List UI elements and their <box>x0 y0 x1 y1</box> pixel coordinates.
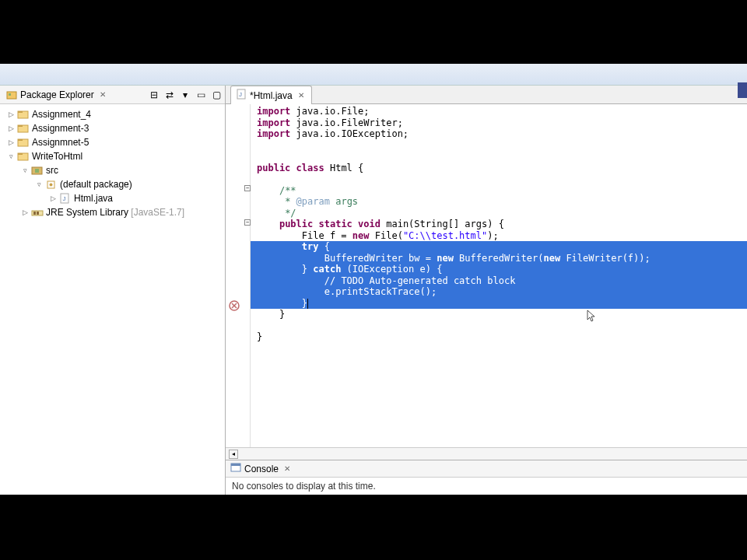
svg-point-13 <box>50 184 53 187</box>
project-tree[interactable]: ▷Assignment_4▷Assignment-3▷Assignmnet-5▿… <box>0 104 225 222</box>
package-explorer-title: Package Explorer <box>20 89 94 100</box>
minimize-icon[interactable]: ▭ <box>195 89 206 100</box>
tree-node[interactable]: ▿src <box>0 163 225 177</box>
svg-rect-3 <box>18 111 23 113</box>
src-icon <box>31 165 44 176</box>
console-icon <box>230 462 241 475</box>
fold-toggle-icon[interactable]: − <box>244 185 251 191</box>
close-icon[interactable]: ✕ <box>97 89 108 100</box>
tree-node[interactable]: ▿(default package) <box>0 177 225 191</box>
code-line[interactable]: BufferedWriter bw = new BufferedWriter(n… <box>251 253 747 264</box>
tree-label: (default package) <box>60 179 132 190</box>
expander-icon[interactable]: ▷ <box>48 194 58 203</box>
code-line[interactable] <box>251 140 747 152</box>
editor-gutter: − − <box>226 104 251 447</box>
tree-node[interactable]: ▷Assignmnet-5 <box>0 135 225 149</box>
tree-label: src <box>46 165 58 176</box>
svg-rect-11 <box>35 169 39 173</box>
tree-label: Assignment-3 <box>32 123 89 134</box>
code-line[interactable]: /** <box>251 185 747 197</box>
main-toolbar <box>0 64 747 86</box>
expander-icon[interactable]: ▿ <box>6 152 16 161</box>
overview-ruler-mark <box>738 82 747 98</box>
code-line[interactable]: import java.io.FileWriter; <box>251 117 747 129</box>
svg-text:J: J <box>239 91 242 98</box>
expander-icon[interactable]: ▷ <box>6 124 16 133</box>
link-editor-icon[interactable]: ⇄ <box>164 89 175 100</box>
code-line[interactable] <box>251 320 747 332</box>
close-icon[interactable]: ✕ <box>282 464 293 474</box>
svg-rect-18 <box>37 212 39 215</box>
code-line[interactable]: // TODO Auto-generated catch block <box>251 275 747 287</box>
code-line[interactable] <box>251 173 747 185</box>
code-line[interactable]: public static void main(String[] args) { <box>251 219 747 230</box>
jre-icon <box>31 207 44 218</box>
package-explorer-header: Package Explorer ✕ ⊟ ⇄ ▾ ▭ ▢ <box>0 86 225 104</box>
tree-node[interactable]: ▷JRE System Library [JavaSE-1.7] <box>0 205 225 219</box>
project-icon <box>17 137 30 148</box>
java-file-icon: J <box>236 89 247 102</box>
svg-rect-7 <box>18 139 23 141</box>
tree-label: JRE System Library [JavaSE-1.7] <box>46 207 184 218</box>
scroll-left-icon[interactable]: ◂ <box>229 450 238 459</box>
package-explorer-icon <box>6 89 17 100</box>
code-line[interactable] <box>251 151 747 163</box>
project-icon <box>17 109 30 120</box>
maximize-icon[interactable]: ▢ <box>211 89 222 100</box>
svg-rect-25 <box>231 464 240 466</box>
expander-icon[interactable]: ▷ <box>20 208 30 217</box>
editor-tabs: J *Html.java ✕ <box>226 86 747 104</box>
close-icon[interactable]: ✕ <box>296 90 307 101</box>
svg-rect-9 <box>18 153 23 155</box>
view-menu-icon[interactable]: ▾ <box>180 89 191 100</box>
svg-rect-5 <box>18 125 23 127</box>
code-line[interactable]: File f = new File("C:\\test.html"); <box>251 230 747 242</box>
expander-icon[interactable]: ▷ <box>6 110 16 119</box>
tree-label: Assignmnet-5 <box>32 137 89 148</box>
code-line[interactable]: } <box>251 298 747 310</box>
error-marker-icon[interactable] <box>229 300 240 311</box>
tree-label: Assignment_4 <box>32 109 91 120</box>
code-line[interactable]: public class Html { <box>251 163 747 174</box>
console-message: No consoles to display at this time. <box>226 478 747 495</box>
code-editor[interactable]: − − import java.io.File;import java.io.F… <box>226 104 747 447</box>
expander-icon[interactable]: ▿ <box>20 166 30 175</box>
editor-tab-html-java[interactable]: J *Html.java ✕ <box>230 86 312 104</box>
svg-text:J: J <box>63 195 66 202</box>
svg-rect-0 <box>7 92 16 99</box>
code-line[interactable]: * @param args <box>251 196 747 208</box>
code-line[interactable]: } <box>251 331 747 343</box>
fold-toggle-icon[interactable]: − <box>244 219 251 226</box>
code-line[interactable]: } catch (IOException e) { <box>251 264 747 275</box>
code-line[interactable]: import java.io.IOException; <box>251 128 747 140</box>
project-icon <box>17 151 30 162</box>
tree-node[interactable]: ▷Assignment-3 <box>0 121 225 135</box>
expander-icon[interactable]: ▿ <box>34 180 44 189</box>
java-icon: J <box>59 193 72 204</box>
code-line[interactable]: import java.io.File; <box>251 106 747 117</box>
code-line[interactable]: */ <box>251 208 747 219</box>
svg-rect-17 <box>33 212 36 215</box>
editor-tab-label: *Html.java <box>250 90 293 101</box>
horizontal-scrollbar[interactable]: ◂ <box>226 447 747 460</box>
tree-label: WriteToHtml <box>32 151 82 162</box>
collapse-all-icon[interactable]: ⊟ <box>149 89 160 100</box>
project-icon <box>17 123 30 134</box>
svg-rect-1 <box>9 93 11 96</box>
tree-node[interactable]: ▷Assignment_4 <box>0 107 225 121</box>
tree-label: Html.java <box>74 193 113 204</box>
expander-icon[interactable]: ▷ <box>6 138 16 147</box>
console-header: Console ✕ <box>226 460 747 478</box>
console-title: Console <box>244 464 279 474</box>
tree-node[interactable]: ▷JHtml.java <box>0 191 225 205</box>
code-line[interactable]: } <box>251 309 747 320</box>
package-icon <box>45 179 58 190</box>
code-line[interactable]: e.printStackTrace(); <box>251 286 747 298</box>
tree-node[interactable]: ▿WriteToHtml <box>0 149 225 163</box>
code-line[interactable]: try { <box>251 241 747 253</box>
